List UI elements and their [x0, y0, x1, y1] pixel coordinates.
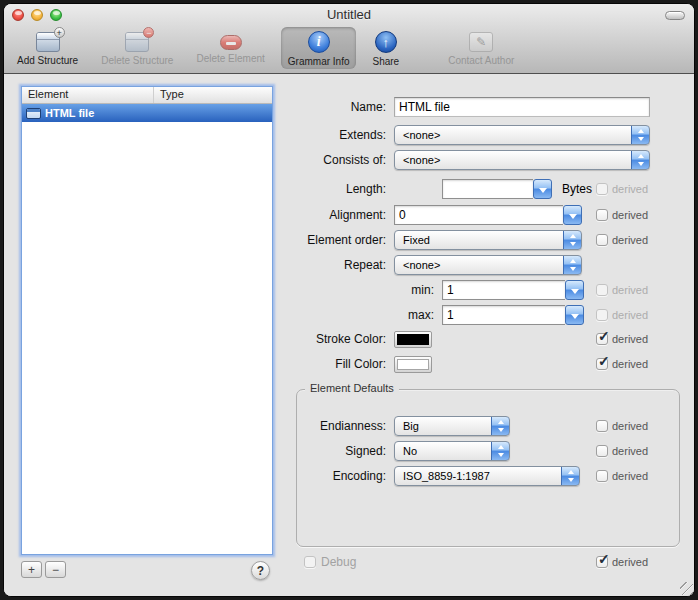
combo-arrow-icon[interactable]	[533, 179, 552, 199]
contact-author-icon: ✎	[469, 32, 493, 52]
length-row: Length: Bytes derived	[286, 178, 690, 200]
stroke-color-label: Stroke Color:	[286, 332, 386, 346]
popup-arrows-icon	[631, 150, 650, 170]
toolbar-delete-structure: − Delete Structure	[94, 27, 180, 68]
consists-popup[interactable]: <none>	[394, 150, 650, 170]
fill-color-label: Fill Color:	[286, 357, 386, 371]
zoom-button[interactable]	[50, 9, 62, 21]
repeat-label: Repeat:	[286, 258, 386, 272]
element-order-derived-control[interactable]: derived	[596, 229, 648, 251]
toolbar-grammar-info[interactable]: i Grammar Info	[281, 27, 357, 69]
element-defaults-title: Element Defaults	[305, 382, 399, 394]
debug-control: Debug	[304, 555, 356, 569]
add-row-button[interactable]: +	[21, 561, 42, 578]
signed-derived-checkbox[interactable]	[596, 445, 608, 457]
name-row: Name:	[286, 96, 690, 118]
delete-structure-icon: −	[125, 32, 149, 52]
alignment-derived-control[interactable]: derived	[596, 204, 648, 226]
minus-badge-icon: −	[143, 27, 154, 38]
name-label: Name:	[286, 100, 386, 114]
alignment-combo[interactable]	[394, 205, 582, 225]
inspector-panel: Name: Extends: <none> Consists of: <none…	[286, 75, 690, 596]
fill-color-row: Fill Color: derived	[286, 353, 690, 375]
stroke-color-well[interactable]	[394, 331, 432, 348]
endianness-popup[interactable]: Big	[394, 416, 510, 436]
popup-arrows-icon	[561, 466, 580, 486]
fill-derived-control[interactable]: derived	[596, 353, 648, 375]
name-input[interactable]	[394, 97, 650, 117]
combo-arrow-icon[interactable]	[565, 280, 584, 300]
top-bar: Untitled + Add Structure − Delete Struct…	[4, 4, 694, 74]
toolbar-toggle-button[interactable]	[665, 11, 685, 20]
toolbar-contact-author: ✎ Contact Author	[441, 27, 521, 68]
signed-label: Signed:	[286, 444, 386, 458]
defaults-derived-control[interactable]: derived	[596, 551, 648, 573]
min-row: min: derived	[286, 279, 690, 301]
close-button[interactable]	[12, 9, 24, 21]
min-input[interactable]	[442, 280, 565, 300]
endianness-value: Big	[403, 420, 419, 432]
min-derived-checkbox	[596, 284, 608, 296]
max-combo[interactable]	[442, 305, 584, 325]
defaults-derived-checkbox[interactable]	[596, 556, 608, 568]
content-area: Element Type HTML file + − ? Name:	[4, 75, 694, 596]
max-derived-control: derived	[596, 304, 648, 326]
min-derived-control: derived	[596, 279, 648, 301]
element-order-popup[interactable]: Fixed	[394, 230, 582, 250]
encoding-popup[interactable]: ISO_8859-1:1987	[394, 466, 580, 486]
fill-color-well[interactable]	[394, 356, 432, 373]
desktop: Untitled + Add Structure − Delete Struct…	[0, 0, 698, 600]
debug-row: Debug derived	[286, 551, 690, 573]
alignment-input[interactable]	[394, 205, 563, 225]
column-header-element[interactable]: Element	[22, 87, 154, 103]
signed-popup[interactable]: No	[394, 441, 510, 461]
toolbar-add-structure[interactable]: + Add Structure	[10, 27, 85, 68]
app-window: Untitled + Add Structure − Delete Struct…	[3, 3, 695, 597]
max-row: max: derived	[286, 304, 690, 326]
length-combo[interactable]	[442, 179, 552, 199]
length-input[interactable]	[442, 179, 533, 199]
encoding-label: Encoding:	[286, 469, 386, 483]
stroke-derived-control[interactable]: derived	[596, 328, 648, 350]
fill-derived-checkbox[interactable]	[596, 358, 608, 370]
minimize-button[interactable]	[31, 9, 43, 21]
add-structure-icon: +	[36, 32, 60, 52]
remove-row-button[interactable]: −	[45, 561, 66, 578]
signed-derived-control[interactable]: derived	[596, 440, 648, 462]
max-input[interactable]	[442, 305, 565, 325]
popup-arrows-icon	[631, 125, 650, 145]
stroke-derived-checkbox[interactable]	[596, 333, 608, 345]
combo-arrow-icon[interactable]	[565, 305, 584, 325]
resize-grip[interactable]	[680, 582, 693, 595]
endianness-derived-checkbox[interactable]	[596, 420, 608, 432]
element-order-derived-checkbox[interactable]	[596, 234, 608, 246]
max-derived-checkbox	[596, 309, 608, 321]
titlebar[interactable]: Untitled	[4, 4, 694, 26]
column-header-type[interactable]: Type	[154, 87, 272, 103]
encoding-row: Encoding: ISO_8859-1:1987 derived	[286, 465, 690, 487]
min-label: min:	[286, 283, 434, 297]
encoding-derived-checkbox[interactable]	[596, 470, 608, 482]
alignment-derived-checkbox[interactable]	[596, 209, 608, 221]
toolbar: + Add Structure − Delete Structure Delet…	[10, 27, 688, 73]
consists-row: Consists of: <none>	[286, 149, 690, 171]
repeat-popup[interactable]: <none>	[394, 255, 582, 275]
combo-arrow-icon[interactable]	[563, 205, 582, 225]
encoding-derived-control[interactable]: derived	[596, 465, 648, 487]
toolbar-share[interactable]: ↑ Share	[365, 27, 406, 69]
extends-popup[interactable]: <none>	[394, 125, 650, 145]
alignment-row: Alignment: derived	[286, 204, 690, 226]
min-combo[interactable]	[442, 280, 584, 300]
alignment-label: Alignment:	[286, 208, 386, 222]
popup-arrows-icon	[491, 416, 510, 436]
help-button[interactable]: ?	[251, 561, 270, 580]
endianness-derived-control[interactable]: derived	[596, 415, 648, 437]
list-row[interactable]: HTML file	[22, 104, 272, 122]
length-derived-checkbox	[596, 183, 608, 195]
element-order-row: Element order: Fixed derived	[286, 229, 690, 251]
encoding-value: ISO_8859-1:1987	[403, 470, 490, 482]
element-list[interactable]: Element Type HTML file	[21, 86, 273, 555]
element-icon	[26, 108, 41, 119]
stroke-color-swatch	[397, 334, 429, 345]
debug-label: Debug	[321, 555, 356, 569]
